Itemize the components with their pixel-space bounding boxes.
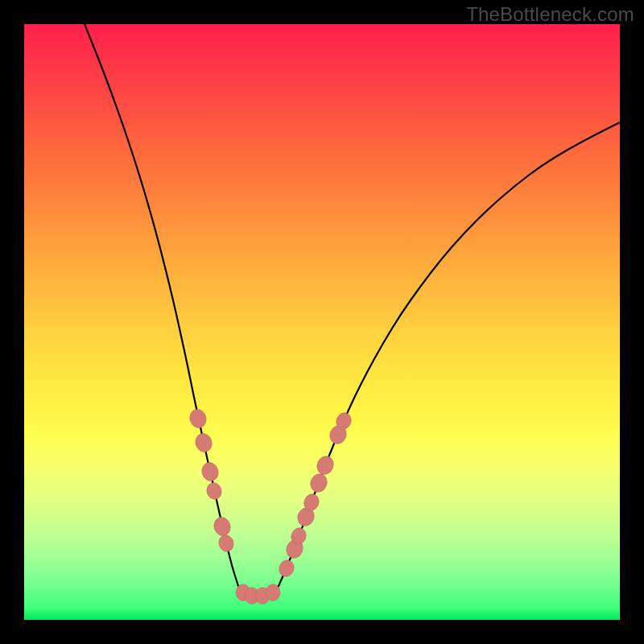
bead-marker xyxy=(277,558,296,579)
watermark-text: TheBottleneck.com xyxy=(466,3,634,26)
bottleneck-curve-path xyxy=(85,24,620,596)
plot-area xyxy=(24,24,620,620)
bead-marker xyxy=(193,431,214,454)
bead-marker xyxy=(200,460,221,483)
beads-group xyxy=(188,407,353,604)
bead-marker xyxy=(204,481,224,501)
bead-marker xyxy=(266,584,280,601)
bead-marker xyxy=(308,472,329,495)
chart-frame: TheBottleneck.com xyxy=(0,0,644,644)
bead-marker xyxy=(217,533,236,553)
bead-marker xyxy=(188,407,208,430)
bottleneck-curve-svg xyxy=(24,24,620,620)
bead-marker xyxy=(212,515,233,538)
bead-marker xyxy=(314,454,336,477)
